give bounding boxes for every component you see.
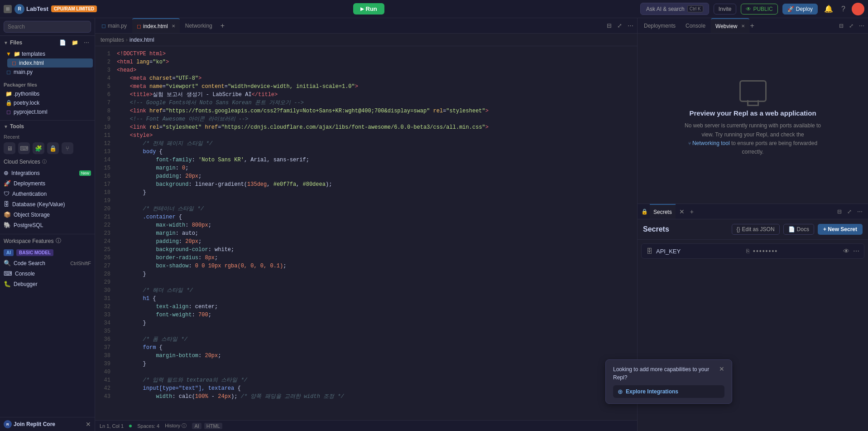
- new-secret-button[interactable]: + New Secret: [818, 224, 863, 235]
- copy-secret-button[interactable]: ⎘: [746, 248, 749, 254]
- split-editor-btn[interactable]: ⊟: [605, 21, 614, 30]
- status-tag-ai[interactable]: AI: [192, 423, 201, 429]
- index-html-tab-icon: ◻: [137, 23, 141, 29]
- search-bar: [0, 18, 95, 36]
- edit-json-button[interactable]: {} Edit as JSON: [732, 224, 780, 235]
- explore-integrations-icon: ⊕: [618, 388, 623, 395]
- secrets-plus-button[interactable]: +: [688, 208, 695, 215]
- panel-expand-btn[interactable]: ⤢: [847, 22, 855, 30]
- panel-tab-webview[interactable]: Webview ✕: [711, 18, 749, 33]
- secrets-split-btn[interactable]: ⊟: [835, 208, 844, 216]
- pythonlibs-item[interactable]: 📁 .pythonlibs: [2, 89, 93, 98]
- recent-icon-monitor[interactable]: 🖥: [4, 142, 15, 154]
- secrets-tab[interactable]: Secrets: [650, 204, 676, 219]
- left-sidebar: ▼ Files 📄 📁 ⋯ ▼ 📁 templates ◻ index.html: [0, 18, 95, 431]
- secret-more-button[interactable]: ⋯: [853, 247, 859, 255]
- recent-icon-puzzle[interactable]: 🧩: [33, 142, 44, 154]
- editor-more-btn[interactable]: ⋯: [626, 21, 635, 30]
- expand-editor-btn[interactable]: ⤢: [615, 21, 624, 30]
- docs-button[interactable]: 📄 Docs: [783, 224, 814, 235]
- status-history: History ⓘ: [165, 422, 187, 429]
- panel-split-btn[interactable]: ⊟: [837, 22, 845, 30]
- files-section-header[interactable]: ▼ Files 📄 📁 ⋯: [0, 36, 95, 49]
- breadcrumb-templates[interactable]: templates: [101, 37, 124, 43]
- new-file-btn[interactable]: 📄: [58, 39, 68, 47]
- help-icon[interactable]: ?: [839, 3, 847, 15]
- docs-icon: 📄: [788, 226, 795, 232]
- index-html-file[interactable]: ◻ index.html: [7, 58, 93, 68]
- panel-tab-deployments[interactable]: Deployments: [639, 18, 680, 33]
- secrets-add-button[interactable]: ✕: [677, 208, 686, 215]
- new-folder-btn[interactable]: 📁: [70, 39, 80, 47]
- main-py-file[interactable]: ◻ main.py: [2, 68, 93, 77]
- py-file-icon: ◻: [5, 69, 12, 75]
- tab-main-py[interactable]: ◻ main.py: [97, 18, 131, 33]
- close-index-html-btn[interactable]: ✕: [172, 24, 175, 29]
- popup-close-button[interactable]: ✕: [719, 365, 724, 373]
- status-tag-html[interactable]: HTML: [204, 423, 222, 429]
- edit-json-icon: {}: [737, 226, 740, 232]
- files-more-btn[interactable]: ⋯: [82, 39, 91, 47]
- avatar[interactable]: [852, 3, 864, 15]
- secrets-more-btn[interactable]: ⋯: [855, 208, 864, 216]
- code-content[interactable]: <!DOCTYPE html> <html lang="ko"> <head> …: [113, 46, 637, 420]
- object-storage-item[interactable]: 📦 Object Storage: [0, 209, 95, 220]
- popup-card: Looking to add more capabilities to your…: [605, 359, 732, 404]
- integrations-label: Integrations: [11, 170, 40, 176]
- status-dot-indicator: [129, 425, 132, 427]
- secrets-actions: ⊟ ⤢ ⋯: [835, 208, 864, 216]
- ask-ai-button[interactable]: Ask AI & search Ctrl K: [640, 3, 709, 15]
- tab-networking[interactable]: Networking: [181, 18, 217, 33]
- tools-section-header[interactable]: ▼ Tools: [0, 121, 95, 132]
- authentication-item[interactable]: 🛡 Authentication: [0, 189, 95, 199]
- secret-eye-button[interactable]: 👁: [843, 247, 849, 255]
- workspace-features-label: Workspace Features: [4, 238, 54, 244]
- recent-icon-lock[interactable]: 🔒: [47, 142, 59, 154]
- networking-tool-link[interactable]: ⑂ Networking tool: [688, 139, 730, 148]
- packager-section: Packager files 📁 .pythonlibs 🔒 poetry.lo…: [0, 80, 95, 116]
- grid-icon[interactable]: ⊞: [4, 5, 12, 13]
- panel-tab-console[interactable]: Console: [681, 18, 710, 33]
- search-input[interactable]: [4, 21, 91, 33]
- database-item[interactable]: 🗄 Database (Key/Value): [0, 199, 95, 209]
- ai-workspace-item[interactable]: AI BASIC MODEL: [0, 247, 95, 258]
- console-workspace-item[interactable]: ⌨ Console: [0, 268, 95, 279]
- join-core-button[interactable]: R Join Replit Core: [4, 420, 83, 428]
- public-button[interactable]: 👁PUBLIC: [741, 4, 777, 15]
- webview-description: No web server is currently running with …: [681, 121, 825, 156]
- deployments-item[interactable]: 🚀 Deployments: [0, 178, 95, 189]
- close-webview-btn[interactable]: ✕: [741, 24, 745, 29]
- status-tags: AI HTML: [192, 423, 222, 429]
- secrets-header-bar: 🔒 Secrets ✕ + ⊟ ⤢ ⋯: [638, 204, 868, 219]
- secrets-expand-btn[interactable]: ⤢: [845, 208, 854, 216]
- pyproject-toml-item[interactable]: ◻ pyproject.toml: [2, 107, 93, 116]
- explore-integrations-button[interactable]: ⊕ Explore Integrations: [613, 385, 724, 398]
- webview-desc-text2: to ensure ports are being forwarded corr…: [731, 140, 817, 155]
- deployments-label: Deployments: [14, 180, 45, 187]
- integrations-item[interactable]: ⊕ Integrations New: [0, 168, 95, 178]
- code-editor-container: 1234567891011121314151617181920212223242…: [95, 46, 637, 420]
- code-search-item[interactable]: 🔍 Code Search CtrlShiftF: [0, 258, 95, 268]
- poetry-lock-item[interactable]: 🔒 poetry.lock: [2, 98, 93, 107]
- postgresql-item[interactable]: 🐘 PostgreSQL: [0, 220, 95, 230]
- ask-ai-shortcut: Ctrl K: [687, 5, 703, 12]
- run-button[interactable]: Run: [353, 3, 384, 15]
- close-sidebar-button[interactable]: ✕: [86, 421, 91, 428]
- webview-section: Deployments Console Webview ✕ + ⊟ ⤢ ⋯: [638, 18, 868, 204]
- debugger-workspace-item[interactable]: 🐛 Debugger: [0, 279, 95, 289]
- invite-button[interactable]: Invite: [714, 4, 737, 15]
- deploy-button[interactable]: 🚀Deploy: [782, 4, 818, 15]
- tab-index-html[interactable]: ◻ index.html ✕: [132, 18, 180, 33]
- panel-add-button[interactable]: +: [750, 22, 754, 30]
- panel-more-btn[interactable]: ⋯: [857, 22, 866, 30]
- breadcrumb-separator: ›: [126, 37, 128, 43]
- recent-icon-git[interactable]: ⑂: [62, 142, 73, 154]
- add-tab-button[interactable]: +: [218, 22, 227, 30]
- templates-folder[interactable]: ▼ 📁 templates: [2, 49, 93, 58]
- status-dot: [129, 425, 132, 427]
- bell-icon[interactable]: 🔔: [822, 3, 835, 15]
- recent-icon-terminal[interactable]: ⌨: [18, 142, 30, 154]
- networking-link-label: Networking tool: [692, 139, 730, 148]
- ask-ai-label: Ask AI & search: [646, 6, 685, 12]
- pythonlibs-icon: 📁: [5, 91, 12, 97]
